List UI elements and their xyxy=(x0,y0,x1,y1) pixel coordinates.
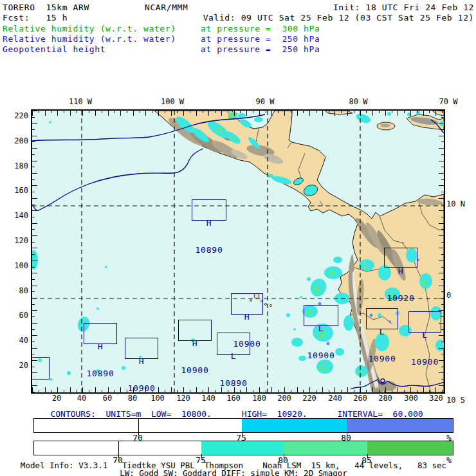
colorbar-segment xyxy=(367,441,453,455)
x-axis-tick-label: 100 xyxy=(145,394,170,403)
colorbar-segment xyxy=(201,441,284,455)
colorbar-segment xyxy=(242,419,347,432)
y-axis-tick-label: 20 xyxy=(9,361,28,370)
ticks-right-minor xyxy=(441,111,444,392)
model-info-line2: LW: Godd SW: Goddard DIFF: simple KM: 2D… xyxy=(0,468,467,476)
x-axis-tick-label: 160 xyxy=(221,394,246,403)
x-axis-tick-label: 40 xyxy=(69,394,95,403)
height-center-box: H 10900 xyxy=(178,320,212,341)
height-center-box: L 10900 xyxy=(408,311,441,333)
center-value: 10900 xyxy=(179,366,211,375)
center-value: 10890 xyxy=(192,246,226,255)
x-axis-tick-label: 140 xyxy=(196,394,221,403)
center-value: 10890 xyxy=(84,369,116,378)
lon-label-70w: 70 W xyxy=(434,97,462,106)
x-axis-tick-label: 20 xyxy=(44,394,69,403)
center-value: 10900 xyxy=(304,351,338,360)
y-axis-tick-label: 180 xyxy=(9,161,28,170)
center-type: H xyxy=(232,313,262,322)
lon-label-100w: 100 W xyxy=(158,97,187,106)
x-axis-tick-label: 260 xyxy=(347,394,373,403)
y-axis-tick-label: 220 xyxy=(9,111,28,120)
lat-label-10n: 10 N xyxy=(446,199,475,208)
height-center-box: H 10920 xyxy=(384,248,417,268)
center-value: 10900 xyxy=(409,358,441,367)
colorbar-250hpa xyxy=(33,441,453,455)
colorbar-divider xyxy=(138,419,139,432)
colorbar-segment xyxy=(284,441,367,455)
height-center-box: H 10900 xyxy=(231,293,263,315)
map-panel: H 10890 H 10920 H 10900 H 10890 H 10900 … xyxy=(31,109,445,394)
lat-label-10s: 10 S xyxy=(446,396,475,405)
y-axis-tick-label: 80 xyxy=(9,286,28,295)
center-type: H xyxy=(179,339,211,348)
colorbar-300hpa xyxy=(33,418,453,433)
field-3-level: at pressure = 250 hPa xyxy=(201,44,320,54)
center-value: 10890 xyxy=(217,379,250,388)
y-axis-tick-label: 140 xyxy=(9,211,28,220)
ticks-left-minor xyxy=(32,111,35,392)
height-center-box-clipped: 870 xyxy=(31,357,50,380)
lon-label-80w: 80 W xyxy=(344,97,372,106)
galapagos-islet xyxy=(270,304,271,306)
center-type: L xyxy=(409,331,441,340)
colorbar-divider xyxy=(118,441,119,455)
center-type: H xyxy=(125,357,158,366)
y-axis-tick-label: 160 xyxy=(9,186,28,195)
org-label: NCAR/MMM xyxy=(145,3,188,12)
init-time: Init: 18 UTC Fri 24 Feb 12 xyxy=(333,3,474,12)
center-type: L xyxy=(217,352,250,361)
x-axis-tick-label: 280 xyxy=(372,394,398,403)
center-value: 10920 xyxy=(385,294,417,303)
field-2-level: at pressure = 250 hPa xyxy=(201,34,320,44)
model-title: TORERO 15km ARW xyxy=(3,3,89,12)
height-center-box: L 10900 xyxy=(366,308,398,329)
field-1-name: Relative humidity (w.r.t. water) xyxy=(3,24,176,33)
galapagos-islet xyxy=(264,303,266,305)
y-axis-tick-label: 200 xyxy=(9,136,28,145)
colorbar-segment xyxy=(34,441,201,455)
center-value: 10900 xyxy=(125,384,158,393)
field-1-level: at pressure = 300 hPa xyxy=(201,24,320,33)
field-2-name: Relative humidity (w.r.t. water) xyxy=(3,34,176,44)
height-center-box: L 10900 xyxy=(304,305,338,326)
center-type: H xyxy=(385,267,417,276)
height-center-box: H 10900 xyxy=(125,338,158,359)
forecast-hour: Fcst: 15 h xyxy=(3,13,68,23)
x-axis-tick-label: 180 xyxy=(246,394,272,403)
lon-label-90w: 90 W xyxy=(251,97,279,106)
lon-label-110w: 110 W xyxy=(66,97,95,106)
x-axis-tick-label: 120 xyxy=(170,394,196,403)
field-3-name: Geopotential height xyxy=(3,44,105,54)
x-axis-tick-label: 60 xyxy=(95,394,120,403)
y-axis-tick-label: 100 xyxy=(9,261,28,270)
x-axis-tick-label: 200 xyxy=(271,394,297,403)
colorbar-segment xyxy=(347,419,453,432)
center-type: L xyxy=(367,327,398,336)
x-axis-tick-label: 220 xyxy=(297,394,322,403)
x-axis-tick-label: 80 xyxy=(120,394,145,403)
height-center-box: L 10890 xyxy=(217,333,250,355)
y-axis-tick-label: 60 xyxy=(9,311,28,320)
height-center-box: H 10890 xyxy=(84,323,117,344)
weather-plot-page: { "header": { "line1_left": "TORERO 15km… xyxy=(0,0,476,476)
contours-info-line: CONTOURS: UNITS=m LOW= 10800. HIGH= 1092… xyxy=(31,409,443,419)
lat-label-0: 0 xyxy=(446,291,475,300)
ticks-top-minor xyxy=(32,111,444,113)
x-axis-tick-label: 240 xyxy=(322,394,348,403)
y-axis-tick-label: 40 xyxy=(9,336,28,345)
y-axis-tick-label: 120 xyxy=(9,236,28,245)
x-axis-tick-label: 320 xyxy=(423,394,449,403)
center-type: H xyxy=(192,219,226,228)
x-axis-tick-label: 300 xyxy=(398,394,424,403)
valid-time: Valid: 09 UTC Sat 25 Feb 12 (03 CST Sat … xyxy=(203,13,474,23)
center-type: L xyxy=(304,324,338,333)
center-value: 10900 xyxy=(367,354,398,363)
height-center-box: H 10890 xyxy=(192,199,226,221)
center-type: H xyxy=(84,342,116,351)
